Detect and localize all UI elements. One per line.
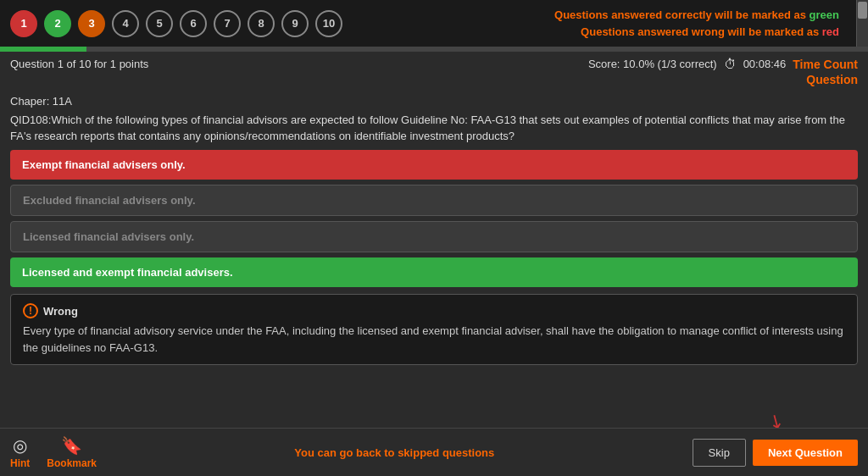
question-bubble-5[interactable]: 5 (146, 10, 173, 37)
question-bubble-10[interactable]: 10 (315, 10, 342, 37)
scrollbar[interactable] (856, 0, 868, 47)
top-bar: 12345678910 Questions answered correctly… (0, 0, 856, 47)
hint-label: Hint (10, 457, 30, 469)
wrong-header: ! Wrong (23, 303, 845, 320)
correct-notice: Questions answered correctly will be mar… (554, 7, 839, 24)
question-bubble-2[interactable]: 2 (44, 10, 71, 37)
time-value: 00:08:46 (743, 58, 787, 70)
options-area: Exempt financial advisers only.Excluded … (0, 150, 868, 287)
question-bubbles: 12345678910 (10, 10, 342, 37)
scrollbar-thumb[interactable] (858, 2, 867, 19)
bottom-right: Skip Next Question (693, 439, 858, 467)
top-right-info: Questions answered correctly will be mar… (554, 7, 846, 40)
hint-group[interactable]: ◎ Hint (10, 435, 30, 469)
score-value: Score: 10.0% (1/3 correct) (588, 58, 717, 70)
score-right: Score: 10.0% (1/3 correct) ⏱ 00:08:46 Ti… (588, 57, 858, 71)
bookmark-group[interactable]: 🔖 Bookmark (47, 435, 97, 469)
bottom-bar: ◎ Hint 🔖 Bookmark You can go back to ski… (0, 428, 868, 476)
question-bubble-9[interactable]: 9 (281, 10, 309, 37)
question-text-area: Chaper: 11A QID108:Which of the followin… (0, 90, 868, 150)
skip-button[interactable]: Skip (693, 439, 746, 467)
bookmark-icon: 🔖 (61, 435, 82, 456)
option-button[interactable]: Licensed financial advisers only. (10, 221, 858, 252)
top-bar-wrapper: 12345678910 Questions answered correctly… (0, 0, 868, 47)
question-body: QID108:Which of the following types of f… (10, 112, 858, 145)
score-row: Question 1 of 10 for 1 points Score: 10.… (0, 52, 868, 73)
question-bubble-1[interactable]: 1 (10, 10, 37, 37)
question-bubble-7[interactable]: 7 (214, 10, 241, 37)
wrong-label: Wrong (43, 303, 78, 320)
question-bubble-8[interactable]: 8 (248, 10, 275, 37)
bottom-left: ◎ Hint 🔖 Bookmark (10, 435, 97, 469)
option-button[interactable]: Exempt financial advisers only. (10, 150, 858, 180)
clock-icon: ⏱ (724, 57, 737, 71)
question-bubble-6[interactable]: 6 (180, 10, 207, 37)
time-count-label: Time Count (793, 58, 858, 71)
question-bubble-4[interactable]: 4 (112, 10, 139, 37)
option-button[interactable]: Excluded financial advisers only. (10, 185, 858, 216)
hint-icon: ◎ (13, 435, 27, 456)
wrong-notice: Questions answered wrong will be marked … (554, 24, 839, 41)
chapter-label: Chaper: 11A (10, 93, 858, 110)
option-button[interactable]: Licensed and exempt financial advisers. (10, 257, 858, 287)
question-label: Question (0, 73, 868, 90)
wrong-box: ! Wrong Every type of financial advisory… (10, 294, 858, 366)
next-question-button[interactable]: Next Question (753, 440, 858, 466)
bookmark-label: Bookmark (47, 457, 97, 469)
wrong-explanation: Every type of financial advisory service… (23, 323, 845, 356)
skip-back-notice: You can go back to skipped questions (97, 446, 693, 459)
question-info: Question 1 of 10 for 1 points (10, 58, 148, 70)
question-bubble-3[interactable]: 3 (78, 10, 105, 37)
wrong-icon: ! (23, 303, 38, 318)
